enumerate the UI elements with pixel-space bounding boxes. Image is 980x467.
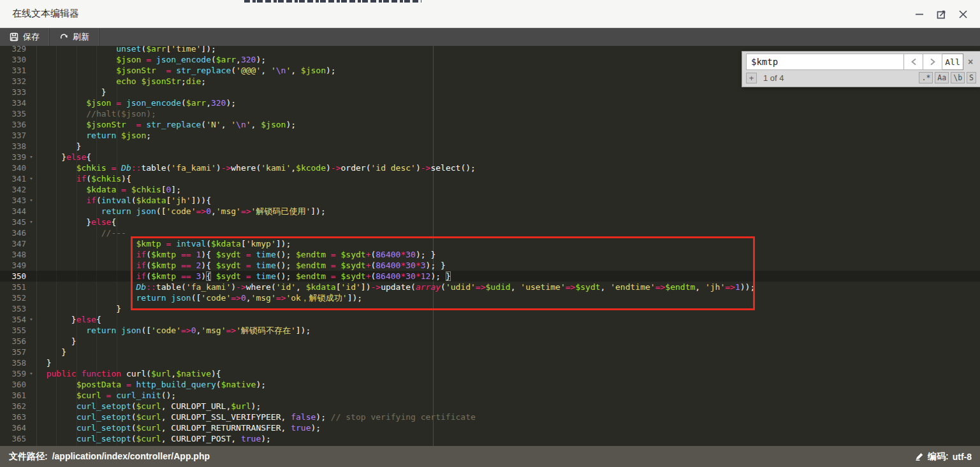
minimize-icon bbox=[914, 9, 925, 19]
code-line[interactable]: 350 if($kmtp == 3){ $sydt = time(); $end… bbox=[0, 271, 980, 282]
line-number: 360 bbox=[0, 379, 26, 390]
fold-arrow-icon[interactable]: ▾ bbox=[26, 173, 36, 184]
line-number: 333 bbox=[0, 87, 26, 97]
fold-spacer bbox=[26, 412, 36, 422]
fold-spacer bbox=[26, 336, 36, 347]
in-selection-toggle[interactable]: S bbox=[967, 72, 976, 83]
code-editor[interactable]: 329 unset($arr['time']);330 $json = json… bbox=[0, 46, 980, 446]
maximize-button[interactable] bbox=[930, 3, 952, 25]
code-line[interactable]: 334 $json = json_encode($arr,320); bbox=[0, 97, 980, 108]
code-line[interactable]: 361 $curl = curl_init(); bbox=[0, 390, 980, 401]
code-line[interactable]: 336 $jsonStr = str_replace('N', '\n', $j… bbox=[0, 119, 980, 130]
minimize-button[interactable] bbox=[909, 3, 930, 25]
line-number: 334 bbox=[0, 97, 26, 108]
code-line[interactable]: 355 return json(['code'=>0,'msg'=>'解锁码不存… bbox=[0, 325, 980, 336]
code-line[interactable]: 352 return json(['code'=>0,'msg'=>'ok，解锁… bbox=[0, 292, 980, 303]
fold-spacer bbox=[26, 227, 36, 238]
fold-spacer bbox=[26, 130, 36, 141]
close-button[interactable] bbox=[952, 3, 974, 25]
fold-spacer bbox=[26, 162, 36, 173]
line-number: 352 bbox=[0, 292, 26, 303]
line-number: 330 bbox=[0, 54, 26, 65]
code-line[interactable]: 354▾ }else{ bbox=[0, 314, 980, 325]
code-line[interactable]: 347 $kmtp = intval($kdata['kmyp']); bbox=[0, 238, 980, 249]
regex-toggle[interactable]: .* bbox=[919, 72, 933, 83]
line-number: 343 bbox=[0, 195, 26, 206]
fold-arrow-icon[interactable]: ▾ bbox=[26, 314, 36, 325]
code-line[interactable]: 340 $chkis = Db::table('fa_kami')->where… bbox=[0, 162, 980, 173]
code-line[interactable]: 345▾ }else{ bbox=[0, 217, 980, 227]
line-number: 342 bbox=[0, 184, 26, 195]
line-number: 344 bbox=[0, 206, 26, 217]
encoding-indicator: 编码: utf-8 bbox=[915, 451, 972, 463]
fold-spacer bbox=[26, 271, 36, 282]
search-close-button[interactable]: × bbox=[963, 57, 977, 67]
code-lines: 329 unset($arr['time']);330 $json = json… bbox=[0, 46, 980, 446]
line-number: 365 bbox=[0, 433, 26, 444]
fold-spacer bbox=[26, 390, 36, 401]
fold-arrow-icon[interactable]: ▾ bbox=[26, 152, 36, 162]
line-number: 331 bbox=[0, 65, 26, 76]
save-icon bbox=[10, 32, 18, 41]
code-line[interactable]: 357 } bbox=[0, 347, 980, 357]
line-number: 338 bbox=[0, 141, 26, 152]
refresh-icon bbox=[59, 32, 68, 41]
code-line[interactable]: 343▾ if(intval($kdata['jh'])){ bbox=[0, 195, 980, 206]
code-line[interactable]: 338 } bbox=[0, 141, 980, 152]
find-all-button[interactable]: All bbox=[942, 54, 963, 70]
line-number: 357 bbox=[0, 347, 26, 357]
code-line[interactable]: 364 curl_setopt($curl, CURLOPT_RETURNTRA… bbox=[0, 422, 980, 433]
fold-arrow-icon[interactable]: ▾ bbox=[26, 195, 36, 206]
code-line[interactable]: 346 //--- bbox=[0, 227, 980, 238]
title-bar: 在线文本编辑器 bbox=[0, 0, 980, 28]
case-sensitive-toggle[interactable]: Aa bbox=[935, 72, 949, 83]
code-line[interactable]: 335 //halt($json); bbox=[0, 108, 980, 119]
code-line[interactable]: 356 } bbox=[0, 336, 980, 347]
code-line[interactable]: 341▾ if($chkis){ bbox=[0, 173, 980, 184]
line-number: 351 bbox=[0, 282, 26, 292]
search-row-main: All × bbox=[742, 52, 980, 71]
line-number: 355 bbox=[0, 325, 26, 336]
code-line[interactable]: 344 return json(['code'=>0,'msg'=>'解锁码已使… bbox=[0, 206, 980, 217]
close-icon bbox=[958, 10, 968, 19]
code-line[interactable]: 362 curl_setopt($curl, CURLOPT_URL,$url)… bbox=[0, 401, 980, 412]
fold-spacer bbox=[26, 260, 36, 271]
code-line[interactable]: 353 } bbox=[0, 303, 980, 314]
fold-spacer bbox=[26, 379, 36, 390]
fold-spacer bbox=[26, 65, 36, 76]
line-number: 349 bbox=[0, 260, 26, 271]
code-line[interactable]: 333 } bbox=[0, 87, 980, 97]
fold-spacer bbox=[26, 282, 36, 292]
fold-spacer bbox=[26, 422, 36, 433]
line-number: 341 bbox=[0, 173, 26, 184]
code-line[interactable]: 365 curl_setopt($curl, CURLOPT_POST, tru… bbox=[0, 433, 980, 444]
save-label: 保存 bbox=[23, 31, 40, 43]
toolbar: 保存 刷新 bbox=[0, 28, 980, 46]
find-previous-button[interactable] bbox=[904, 54, 923, 70]
save-button[interactable]: 保存 bbox=[0, 28, 50, 46]
code-line[interactable]: 342 $kdata = $chkis[0]; bbox=[0, 184, 980, 195]
code-line[interactable]: 359▾ public function curl($url,$native){ bbox=[0, 368, 980, 379]
line-number: 362 bbox=[0, 401, 26, 412]
fold-spacer bbox=[26, 87, 36, 97]
line-number: 359 bbox=[0, 368, 26, 379]
code-line[interactable]: 349 if($kmtp == 2){ $sydt = time(); $end… bbox=[0, 260, 980, 271]
code-line[interactable]: 339▾ }else{ bbox=[0, 152, 980, 162]
line-number: 356 bbox=[0, 336, 26, 347]
toggle-replace-button[interactable]: + bbox=[746, 73, 757, 83]
code-line[interactable]: 360 $postData = http_build_query($native… bbox=[0, 379, 980, 390]
refresh-button[interactable]: 刷新 bbox=[50, 28, 99, 46]
code-line[interactable]: 351 Db::table('fa_kami')->where('id', $k… bbox=[0, 282, 980, 292]
maximize-icon bbox=[936, 9, 947, 20]
find-next-button[interactable] bbox=[923, 54, 942, 70]
code-line[interactable]: 348 if($kmtp == 1){ $sydt = time(); $end… bbox=[0, 249, 980, 260]
window-controls bbox=[909, 0, 974, 28]
search-input[interactable] bbox=[746, 54, 904, 70]
code-line[interactable]: 337 return $json; bbox=[0, 130, 980, 141]
whole-word-toggle[interactable]: \b bbox=[951, 72, 965, 83]
fold-arrow-icon[interactable]: ▾ bbox=[26, 217, 36, 227]
code-line[interactable]: 363 curl_setopt($curl, CURLOPT_SSL_VERIF… bbox=[0, 412, 980, 422]
code-line[interactable]: 358 } bbox=[0, 357, 980, 368]
fold-arrow-icon[interactable]: ▾ bbox=[26, 368, 36, 379]
fold-spacer bbox=[26, 303, 36, 314]
